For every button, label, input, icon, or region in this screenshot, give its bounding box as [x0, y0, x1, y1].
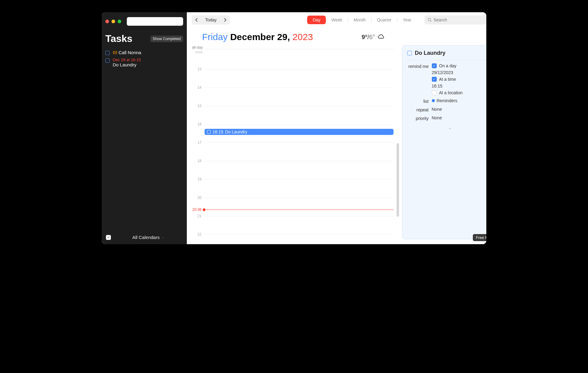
- date-year: 2023: [292, 32, 313, 42]
- list-value: Reminders: [437, 98, 458, 103]
- current-time-indicator: 20:36: [190, 207, 394, 212]
- detail-title[interactable]: Do Laundry: [415, 50, 446, 56]
- expand-chevron-icon[interactable]: ⌄: [407, 125, 487, 130]
- list-label: list: [407, 98, 429, 104]
- fullscreen-window-icon[interactable]: [118, 20, 121, 23]
- hour-line: [205, 179, 394, 180]
- event-checkbox[interactable]: [207, 130, 211, 134]
- task-checkbox[interactable]: [105, 51, 110, 55]
- sidebar: Tasks Show Completed !!! Call Nonna Dec …: [102, 12, 187, 244]
- tab-month[interactable]: Month: [348, 16, 371, 24]
- view-switcher: Day Week Month Quarter Year: [307, 16, 417, 24]
- date-monthday: December 29: [230, 32, 288, 42]
- event-time: 16:15: [213, 129, 223, 134]
- detail-header: Do Laundry: [407, 50, 487, 60]
- task-content: !!! Call Nonna: [113, 50, 183, 55]
- task-title: Do Laundry: [113, 62, 183, 67]
- sidebar-title-row: Tasks Show Completed: [105, 33, 183, 44]
- prev-day-button[interactable]: [192, 15, 201, 24]
- checked-checkbox-icon[interactable]: ✓: [432, 63, 437, 68]
- hour-label: 22: [190, 232, 202, 237]
- hour-label: 20: [190, 196, 202, 200]
- tab-day[interactable]: Day: [307, 16, 326, 24]
- footer-checkbox-icon[interactable]: ✓: [106, 235, 111, 240]
- current-time-line: [205, 210, 394, 210]
- sidebar-title: Tasks: [105, 33, 132, 44]
- main-area: Today Day Week Month Quarter Year: [187, 12, 486, 244]
- event-title: Do Laundry: [225, 129, 247, 134]
- chevron-right-icon: [224, 18, 227, 22]
- remindme-row: remind me ✓ On a day 29/12/2023 ✓ At a t…: [407, 63, 487, 95]
- hour-label: 18: [190, 159, 202, 163]
- current-time-dot-icon: [203, 208, 205, 211]
- remindme-label: remind me: [407, 63, 429, 69]
- hour-line: [205, 124, 394, 125]
- checked-checkbox-icon[interactable]: ✓: [432, 77, 437, 82]
- search-box[interactable]: [424, 15, 487, 24]
- sidebar-search-input[interactable]: [127, 17, 183, 26]
- tab-quarter[interactable]: Quarter: [371, 16, 397, 24]
- date-heading: Friday December 29, 2023: [202, 32, 313, 42]
- search-input[interactable]: [434, 17, 487, 22]
- hour-line: [205, 216, 394, 216]
- repeat-label: repeat: [407, 107, 429, 112]
- calendar-event[interactable]: 16:15 Do Laundry: [205, 129, 394, 135]
- list-row[interactable]: list Reminders: [407, 98, 487, 104]
- task-item[interactable]: !!! Call Nonna: [105, 49, 183, 56]
- task-title: Call Nonna: [119, 50, 141, 55]
- onaday-label: On a day: [439, 63, 457, 68]
- date-dayname: Friday: [202, 32, 228, 42]
- hour-label: 17: [190, 140, 202, 145]
- atlocation-option[interactable]: At a location: [432, 90, 487, 95]
- day-timeline[interactable]: all-day noon 13 14 15: [190, 45, 402, 244]
- today-button[interactable]: Today: [201, 15, 221, 24]
- hour-label: 19: [190, 177, 202, 181]
- hour-line: [205, 198, 394, 198]
- search-icon: [428, 18, 432, 22]
- task-checkbox[interactable]: [105, 58, 110, 63]
- next-day-button[interactable]: [221, 15, 230, 24]
- unchecked-checkbox-icon[interactable]: [432, 90, 437, 95]
- priority-label: priority: [407, 115, 429, 121]
- hour-label: 15: [190, 104, 202, 108]
- hour-label: 13: [190, 67, 202, 71]
- onaday-value[interactable]: 29/12/2023: [432, 70, 487, 75]
- show-completed-button[interactable]: Show Completed: [150, 35, 183, 42]
- free-mode-badge[interactable]: Free Mode: [473, 234, 486, 241]
- current-time-label: 20:36: [190, 207, 202, 212]
- task-due-date: Dec 29 at 16:15: [113, 58, 183, 62]
- task-content: Dec 29 at 16:15 Do Laundry: [113, 58, 183, 67]
- repeat-value: None: [432, 107, 487, 112]
- allday-label: all-day: [190, 45, 203, 50]
- atatime-option[interactable]: ✓ At a time: [432, 77, 487, 82]
- hour-label: 14: [190, 85, 202, 90]
- tab-year[interactable]: Year: [397, 16, 417, 24]
- date-header: Friday December 29, 2023 9°/6°: [187, 28, 486, 45]
- all-calendars-label: All Calendars: [132, 235, 160, 240]
- repeat-row[interactable]: repeat None: [407, 107, 487, 112]
- task-priority-marks: !!!: [113, 50, 117, 55]
- all-calendars-dropdown[interactable]: All Calendars ⌄: [132, 235, 164, 240]
- allday-divider: [205, 49, 394, 49]
- detail-checkbox[interactable]: [407, 51, 412, 55]
- toolbar: Today Day Week Month Quarter Year: [187, 12, 486, 28]
- task-list: !!! Call Nonna Dec 29 at 16:15 Do Laundr…: [105, 49, 183, 69]
- weather-low: 6°: [369, 34, 375, 40]
- chevron-down-icon: ⌄: [161, 236, 164, 239]
- close-window-icon[interactable]: [105, 20, 109, 23]
- atatime-label: At a time: [439, 77, 456, 82]
- minimize-window-icon[interactable]: [111, 20, 115, 23]
- atatime-value[interactable]: 16:15: [432, 84, 487, 88]
- priority-value: None: [432, 115, 487, 120]
- onaday-option[interactable]: ✓ On a day: [432, 63, 487, 68]
- atlocation-label: At a location: [439, 90, 463, 95]
- weather-widget[interactable]: 9°/6°: [362, 33, 385, 41]
- sidebar-footer: ✓ All Calendars ⌄: [106, 235, 183, 240]
- priority-row[interactable]: priority None: [407, 115, 487, 121]
- date-nav-group: Today: [192, 15, 230, 24]
- task-item[interactable]: Dec 29 at 16:15 Do Laundry: [105, 56, 183, 69]
- tab-week[interactable]: Week: [326, 16, 348, 24]
- hour-line: [205, 234, 394, 235]
- svg-line-1: [430, 21, 431, 22]
- scrollbar-thumb[interactable]: [397, 143, 399, 217]
